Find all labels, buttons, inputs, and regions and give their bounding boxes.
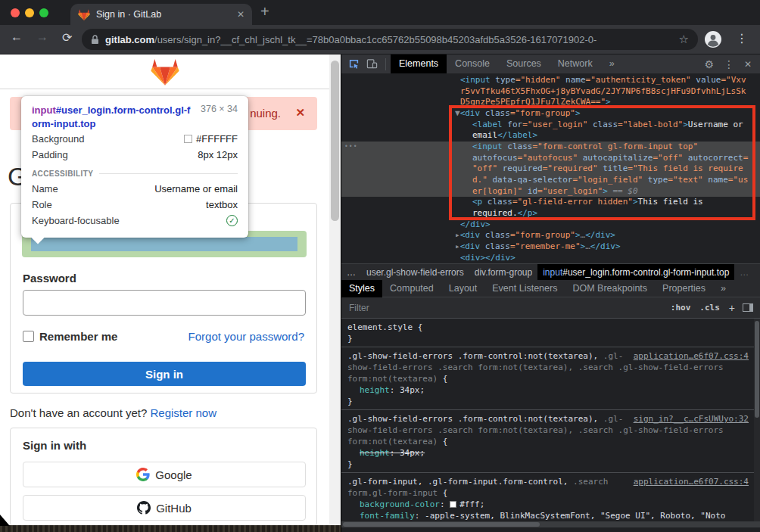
breadcrumb-item[interactable]: div.form-group <box>469 264 537 281</box>
tooltip-name-row: NameUsername or email <box>32 181 238 197</box>
devtools-tab-network[interactable]: Network <box>550 54 601 73</box>
devtools-toolbar: ElementsConsoleSourcesNetwork» ⚙ ⋮ ✕ <box>341 54 760 73</box>
styles-horizontal-scrollbar[interactable] <box>341 521 760 527</box>
alert-close-icon[interactable]: ✕ <box>295 106 305 120</box>
style-rule[interactable]: application…e6f07.css:4.gl-form-input, .… <box>341 473 755 521</box>
social-signin-card: Sign in with Google GitHub <box>10 428 317 526</box>
device-toolbar-icon[interactable] <box>366 58 378 70</box>
mouse-cursor <box>0 515 10 526</box>
profile-avatar[interactable] <box>704 30 722 51</box>
styles-filter-input[interactable]: Filter <box>349 303 662 313</box>
dom-tree-row[interactable]: r5vvTfku46tX5FhxOG+j8yBYvadG/2JY7NP6fB8s… <box>341 86 760 98</box>
style-rule[interactable]: application…e6f07.css:4.gl-show-field-er… <box>341 347 755 410</box>
google-signin-button[interactable]: Google <box>23 462 306 487</box>
styles-tab-dombreakpoints[interactable]: DOM Breakpoints <box>565 280 655 297</box>
styles-hscrollbar-thumb[interactable] <box>343 522 540 527</box>
page-scrollbar-thumb[interactable] <box>331 61 339 221</box>
url-text: gitlab.com/users/sign_in?__cf_chl_jschl_… <box>105 34 674 45</box>
github-icon <box>137 501 151 515</box>
css-property[interactable]: height: 34px; <box>347 384 749 396</box>
gitlab-logo-icon <box>151 58 179 86</box>
dom-tree-row[interactable]: <div></div> <box>341 253 760 264</box>
annotation-red-box <box>449 105 755 220</box>
browser-menu-icon[interactable]: ⋮ <box>736 31 748 45</box>
styles-tab-layout[interactable]: Layout <box>441 280 485 297</box>
css-property[interactable]: background-color: #fff; <box>347 499 749 510</box>
styles-scrollbar-thumb[interactable] <box>755 321 759 418</box>
remember-me-label: Remember me <box>39 330 117 343</box>
new-style-rule-button[interactable]: + <box>729 302 735 314</box>
dom-tree-row[interactable]: </div> <box>341 219 760 231</box>
stylesheet-source-link[interactable]: application…e6f07.css:4 <box>634 350 749 362</box>
devtools-panel: ElementsConsoleSourcesNetwork» ⚙ ⋮ ✕ <in… <box>341 54 760 532</box>
back-icon[interactable]: ← <box>11 30 23 44</box>
page-header <box>0 54 329 89</box>
github-button-label: GitHub <box>156 502 192 515</box>
reload-icon[interactable]: ⟳ <box>62 30 72 45</box>
devtools-tabs: ElementsConsoleSourcesNetwork» <box>391 54 623 73</box>
close-tab-icon[interactable]: ✕ <box>237 9 245 20</box>
styles-vertical-scrollbar[interactable] <box>754 319 760 521</box>
forward-icon[interactable]: → <box>36 30 48 44</box>
breadcrumb-item[interactable]: user.gl-show-field-errors <box>361 264 469 281</box>
devtools-close-icon[interactable]: ✕ <box>744 59 752 70</box>
page-scrollbar[interactable] <box>329 54 341 532</box>
css-property[interactable]: font-family: -apple-system, BlinkMacSyst… <box>347 510 749 521</box>
devtools-tab-[interactable]: » <box>601 54 623 73</box>
styles-sidebar-tabs: StylesComputedLayoutEvent ListenersDOM B… <box>341 280 760 297</box>
stylesheet-source-link[interactable]: sign_in?__c…cFsUWUyo:32 <box>634 413 749 425</box>
tooltip-padding-row: Padding 8px 12px <box>32 147 238 163</box>
styles-filter-bar: Filter :hov .cls + <box>341 297 760 319</box>
dom-tree-row[interactable]: <input type="hidden" name="authenticity_… <box>341 75 760 86</box>
window-titlebar: Sign in · GitLab ✕ + <box>0 0 760 25</box>
password-input[interactable] <box>23 290 306 316</box>
dom-breadcrumbs: …user.gl-show-field-errorsdiv.form-group… <box>341 263 760 280</box>
sign-in-button[interactable]: Sign in <box>23 362 306 386</box>
styles-tab-eventlisteners[interactable]: Event Listeners <box>484 280 565 297</box>
register-prefix: Don't have an account yet? <box>10 406 151 419</box>
remember-me-checkbox[interactable] <box>23 331 34 342</box>
bookmark-star-icon[interactable]: ☆ <box>679 33 689 46</box>
inspect-element-icon[interactable] <box>348 58 360 70</box>
more-actions-icon[interactable]: ••• <box>344 142 357 153</box>
styles-tab-styles[interactable]: Styles <box>341 280 382 297</box>
maximize-window-button[interactable] <box>39 8 48 17</box>
new-tab-button[interactable]: + <box>260 3 269 20</box>
breadcrumb-item[interactable]: … <box>734 264 754 281</box>
devtools-tab-sources[interactable]: Sources <box>498 54 550 73</box>
sidebar-layout-toggle-icon[interactable] <box>743 303 753 312</box>
dom-tree-row[interactable]: ▸<div class="form-group">…</div> <box>341 230 760 241</box>
minimize-window-button[interactable] <box>25 8 34 17</box>
stylesheet-source-link[interactable]: application…e6f07.css:4 <box>634 476 749 487</box>
css-property[interactable]: height: 34px; <box>347 447 749 459</box>
dom-tree-row[interactable]: ▸<div class="remember-me">…</div> <box>341 241 760 253</box>
toolbar-divider <box>385 58 386 70</box>
breadcrumb-item[interactable]: input#user_login.form-control.gl-form-in… <box>537 264 734 281</box>
gitlab-signin-page: nuing. ✕ G Password Remember me Forgot y… <box>0 54 341 532</box>
tooltip-role-row: Roletextbox <box>32 197 238 213</box>
styles-tab-computed[interactable]: Computed <box>382 280 441 297</box>
devtools-tab-elements[interactable]: Elements <box>391 54 447 73</box>
address-bar[interactable]: gitlab.com/users/sign_in?__cf_chl_jschl_… <box>82 29 698 50</box>
breadcrumb-item[interactable]: … <box>341 264 361 281</box>
styles-pane: element.style {}application…e6f07.css:4.… <box>341 319 755 521</box>
forgot-password-link[interactable]: Forgot your password? <box>188 330 304 343</box>
styles-tab-properties[interactable]: Properties <box>655 280 713 297</box>
toggle-pseudo-state-button[interactable]: :hov <box>671 303 691 313</box>
tooltip-background-row: Background #FFFFFF <box>32 131 238 147</box>
devtools-menu-icon[interactable]: ⋮ <box>724 58 734 70</box>
style-rule[interactable]: element.style {} <box>341 319 755 347</box>
check-circle-icon: ✓ <box>226 215 238 226</box>
devtools-tab-console[interactable]: Console <box>447 54 498 73</box>
tooltip-dimensions: 376 × 34 <box>201 104 238 114</box>
close-window-button[interactable] <box>11 8 20 17</box>
style-rule[interactable]: sign_in?__c…cFsUWUyo:32.gl-show-field-er… <box>341 410 755 473</box>
github-signin-button[interactable]: GitHub <box>23 495 306 521</box>
register-link[interactable]: Register now <box>151 406 217 419</box>
inspect-highlight-content[interactable] <box>31 237 297 251</box>
devtools-settings-icon[interactable]: ⚙ <box>704 58 714 70</box>
toggle-class-button[interactable]: .cls <box>699 303 720 313</box>
color-swatch <box>184 135 192 143</box>
browser-tab[interactable]: Sign in · GitLab ✕ <box>70 4 252 25</box>
styles-tab-more[interactable]: » <box>713 280 734 297</box>
